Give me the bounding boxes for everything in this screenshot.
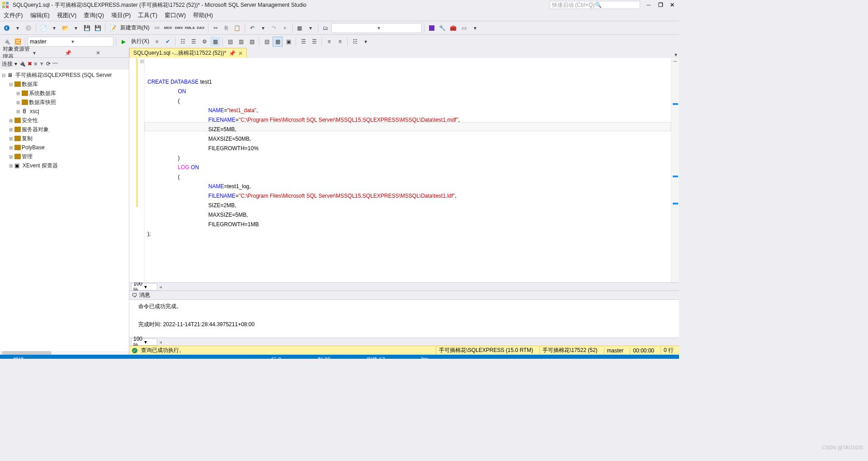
- tree-security-node[interactable]: ⊞安全性: [0, 116, 129, 125]
- new-item-icon[interactable]: 📄: [38, 23, 48, 33]
- activity-icon[interactable]: ▦: [295, 23, 305, 33]
- open-dropdown[interactable]: ▾: [71, 23, 81, 33]
- menu-edit[interactable]: 编辑(E): [30, 11, 50, 19]
- indent-icon[interactable]: ≡: [324, 37, 334, 47]
- menu-window[interactable]: 窗口(W): [165, 11, 186, 19]
- toolbox-icon[interactable]: 🧰: [448, 23, 458, 33]
- estplan-icon[interactable]: ☰: [189, 37, 198, 47]
- outdent-icon[interactable]: ≡: [335, 37, 345, 47]
- minimize-button[interactable]: ─: [646, 2, 652, 8]
- tree-xevent-node[interactable]: ⊞▣XEvent 探查器: [0, 161, 129, 170]
- refresh-icon[interactable]: ⟳: [46, 61, 51, 67]
- stop-icon[interactable]: ■: [152, 37, 162, 47]
- tree-management-node[interactable]: ⊞管理: [0, 152, 129, 161]
- results-text-icon[interactable]: ▤: [262, 37, 272, 47]
- disconnect-icon[interactable]: ✖: [28, 61, 32, 67]
- mdx-icon[interactable]: MDX: [163, 23, 173, 33]
- window-position-icon[interactable]: ▾: [33, 50, 62, 56]
- execute-button[interactable]: 执行(X): [129, 38, 151, 45]
- code-editor[interactable]: ⊟ CREATE DATABASE test1 ON ( NAME="test1…: [129, 58, 679, 282]
- new-query-button[interactable]: 新建查询(N): [118, 24, 151, 32]
- plan-icon[interactable]: ☷: [178, 37, 188, 47]
- tree-xscj-node[interactable]: ⊞🛢xscj: [0, 107, 129, 116]
- results-file-icon[interactable]: ▣: [283, 37, 293, 47]
- save-icon[interactable]: 💾: [82, 23, 92, 33]
- code-area[interactable]: CREATE DATABASE test1 ON ( NAME="test1_d…: [145, 58, 671, 282]
- results-grid-icon[interactable]: ▦: [210, 37, 220, 47]
- undo-icon[interactable]: ↶: [247, 23, 257, 33]
- save-all-icon[interactable]: 💾: [93, 23, 103, 33]
- window-icon[interactable]: ▭: [459, 23, 469, 33]
- startpage-icon[interactable]: [427, 23, 437, 33]
- live-stats-icon[interactable]: ▥: [236, 37, 246, 47]
- cut-icon[interactable]: ✂: [211, 23, 221, 33]
- undo-dropdown[interactable]: ▾: [258, 23, 268, 33]
- messages-zoom-combo[interactable]: 100 %▾: [131, 338, 157, 346]
- menu-file[interactable]: 文件(F): [4, 11, 23, 19]
- close-button[interactable]: ✕: [669, 2, 675, 8]
- open-icon[interactable]: 📂: [60, 23, 70, 33]
- comment-icon[interactable]: ☰: [298, 37, 308, 47]
- stop-icon2[interactable]: ■: [34, 61, 37, 67]
- connect-server-icon[interactable]: 🔌: [19, 61, 26, 67]
- activity-dropdown[interactable]: ▾: [306, 23, 316, 33]
- menu-query[interactable]: 查询(Q): [84, 11, 104, 19]
- pulse-icon[interactable]: 〰: [52, 61, 58, 67]
- back-button[interactable]: [2, 23, 12, 33]
- window-dropdown[interactable]: ▾: [470, 23, 480, 33]
- object-explorer-tree[interactable]: ⊟🖥手可摘棉花\SQLEXPRESS (SQL Server ⊟数据库 ⊞系统数…: [0, 70, 129, 351]
- parse-icon[interactable]: ✔: [163, 37, 173, 47]
- database-combo[interactable]: master▾: [28, 37, 113, 47]
- connect-dropdown-icon[interactable]: ▾: [14, 61, 17, 67]
- uncomment-icon[interactable]: ☰: [309, 37, 319, 47]
- forward-button[interactable]: [24, 23, 33, 33]
- filter-icon[interactable]: ▼: [39, 61, 44, 67]
- connect-icon[interactable]: 🔌: [2, 37, 12, 47]
- results-grid2-icon[interactable]: ▦: [273, 37, 283, 47]
- specify-dropdown[interactable]: ▾: [361, 37, 371, 47]
- specify-icon[interactable]: ☷: [350, 37, 360, 47]
- close-panel-icon[interactable]: ✕: [96, 50, 125, 56]
- wrench-icon[interactable]: 🔧: [438, 23, 448, 33]
- xmla-icon[interactable]: XMLA: [185, 23, 195, 33]
- tree-polybase-node[interactable]: ⊞PolyBase: [0, 143, 129, 152]
- solution-icon[interactable]: 🗂: [321, 23, 330, 33]
- tab-pin-icon[interactable]: 📌: [229, 50, 236, 57]
- copy-icon[interactable]: ⎘: [222, 23, 231, 33]
- dmx-icon[interactable]: DMX: [174, 23, 184, 33]
- tree-sysdb-node[interactable]: ⊞系统数据库: [0, 89, 129, 98]
- menu-tools[interactable]: 工具(T): [138, 11, 157, 19]
- maximize-button[interactable]: ❐: [657, 2, 664, 8]
- execute-play-icon[interactable]: ▶: [118, 37, 128, 47]
- tree-snapshot-node[interactable]: ⊞数据库快照: [0, 98, 129, 107]
- connect-label[interactable]: 连接: [2, 60, 13, 68]
- tab-close-icon[interactable]: ✕: [238, 50, 243, 57]
- active-tab[interactable]: SQLQuery1.sql -...摘棉花\17522 (52))* 📌 ✕: [129, 48, 247, 58]
- options-icon[interactable]: ⚙: [199, 37, 209, 47]
- messages-output[interactable]: 命令已成功完成。 完成时间: 2022-11-14T21:28:44.39752…: [129, 299, 679, 337]
- new-query-icon[interactable]: 📝: [108, 23, 118, 33]
- new-dropdown[interactable]: ▾: [49, 23, 59, 33]
- menu-view[interactable]: 视图(V): [57, 11, 76, 19]
- tree-replication-node[interactable]: ⊞复制: [0, 134, 129, 143]
- de-query-icon[interactable]: DE: [152, 23, 162, 33]
- editor-scrollbar[interactable]: ─: [671, 58, 679, 282]
- tree-serverobj-node[interactable]: ⊞服务器对象: [0, 125, 129, 134]
- pin-icon[interactable]: 📌: [65, 50, 94, 56]
- redo-icon[interactable]: ↷: [269, 23, 279, 33]
- clientstats-icon[interactable]: ▧: [247, 37, 257, 47]
- include-plan-icon[interactable]: ▤: [225, 37, 235, 47]
- tree-databases-node[interactable]: ⊟数据库: [0, 80, 129, 89]
- tree-horizontal-scrollbar[interactable]: [1, 351, 128, 355]
- back-dropdown[interactable]: ▾: [13, 23, 23, 33]
- tree-server-node[interactable]: ⊟🖥手可摘棉花\SQLEXPRESS (SQL Server: [0, 71, 129, 80]
- messages-tab[interactable]: 🗨 消息: [129, 290, 679, 299]
- paste-icon[interactable]: 📋: [232, 23, 242, 33]
- menu-project[interactable]: 项目(P): [111, 11, 131, 19]
- solution-combo[interactable]: ▾: [331, 23, 422, 33]
- dax-icon[interactable]: DAX: [196, 23, 206, 33]
- redo-dropdown[interactable]: ▾: [280, 23, 290, 33]
- quick-launch-input[interactable]: 快速启动 (Ctrl+Q) 🔍: [550, 1, 640, 9]
- menu-help[interactable]: 帮助(H): [193, 11, 213, 19]
- zoom-combo[interactable]: 100 %▾: [131, 283, 157, 290]
